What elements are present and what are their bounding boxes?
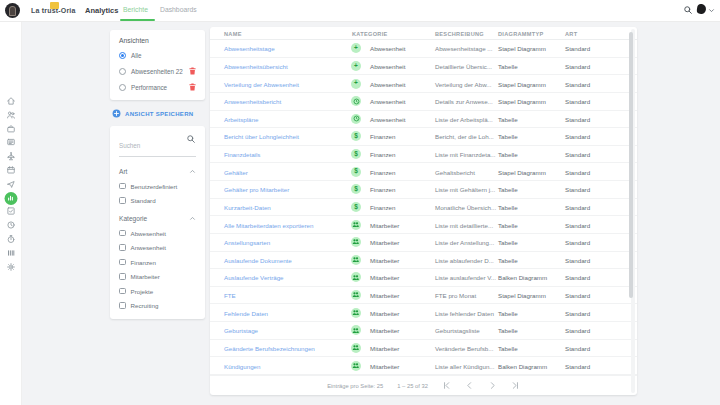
sidebar-item-users[interactable] (5, 109, 17, 121)
report-name-link[interactable]: Abwesenheitsübersicht (224, 62, 288, 69)
filter-checkbox-abwesenheit[interactable]: Abwesenheit (119, 230, 196, 237)
save-view-button[interactable]: ANSICHT SPEICHERN (112, 109, 193, 118)
column-header-name[interactable]: NAME (224, 31, 242, 37)
table-row[interactable]: Auslaufende Dokumente Mitarbeiter Liste … (210, 252, 637, 270)
report-name-link[interactable]: Kündigungen (224, 362, 260, 369)
report-name-link[interactable]: Kurzarbeit-Daten (224, 203, 271, 210)
sidebar-item-calendar[interactable] (5, 164, 17, 176)
report-name-link[interactable]: Auslaufende Dokumente (224, 256, 292, 263)
table-row[interactable]: Gehälter pro Mitarbeiter $ Finanzen List… (210, 181, 637, 199)
sidebar-item-plane[interactable] (5, 150, 17, 162)
section-label: Kategorie (119, 215, 147, 222)
sidebar-item-news[interactable] (5, 136, 17, 148)
table-row[interactable]: Abwesenheitstage + Abwesenheit Abwesenhe… (210, 40, 637, 58)
report-name-link[interactable]: Finanzdetails (224, 151, 260, 158)
view-option-1[interactable]: Abwesenheiten 22 (119, 67, 196, 75)
report-name-link[interactable]: Geänderte Berufsbezeichnungen (224, 344, 315, 351)
per-page-value[interactable]: 25 (377, 383, 383, 389)
filter-checkbox-mitarbeiter[interactable]: Mitarbeiter (119, 273, 196, 280)
checkbox[interactable] (119, 302, 126, 309)
report-name-link[interactable]: Arbeitspläne (224, 115, 258, 122)
table-row[interactable]: Fehlende Daten Mitarbeiter Liste fehlend… (210, 304, 637, 322)
sidebar-item-send[interactable] (5, 178, 17, 190)
chevron-down-icon[interactable] (708, 7, 715, 14)
table-row[interactable]: Geburtstage Mitarbeiter Geburtstagsliste… (210, 322, 637, 340)
user-avatar[interactable] (696, 3, 706, 14)
last-page-button[interactable] (511, 381, 520, 390)
checkbox[interactable] (119, 230, 126, 237)
table-row[interactable]: Finanzdetails $ Finanzen Liste mit Finan… (210, 146, 637, 164)
chevron-up-icon[interactable] (189, 215, 196, 222)
checkbox[interactable] (119, 197, 126, 204)
brand-logo[interactable] (5, 3, 20, 18)
table-row[interactable]: Gehälter $ Finanzen Gehaltsbericht Stape… (210, 163, 637, 181)
radio-button[interactable] (119, 68, 126, 75)
first-page-button[interactable] (442, 381, 451, 390)
report-name-link[interactable]: Gehälter pro Mitarbeiter (224, 186, 289, 193)
next-page-button[interactable] (488, 381, 497, 390)
checkbox[interactable] (119, 259, 126, 266)
radio-button[interactable] (119, 52, 126, 59)
table-row[interactable]: Kurzarbeit-Daten $ Finanzen Monatliche Ü… (210, 199, 637, 217)
checkbox[interactable] (119, 244, 126, 251)
report-name-link[interactable]: Alle Mitarbeiterdaten exportieren (224, 221, 313, 228)
search-icon[interactable] (683, 5, 693, 15)
report-name-link[interactable]: Gehälter (224, 168, 248, 175)
sidebar-item-briefcase[interactable] (5, 123, 17, 135)
search-input[interactable] (119, 142, 196, 149)
column-header-art[interactable]: ART (565, 31, 577, 37)
table-row[interactable]: Bericht über Lohngleichheit $ Finanzen B… (210, 128, 637, 146)
tab-berichte[interactable]: Berichte (123, 6, 148, 13)
checkbox[interactable] (119, 288, 126, 295)
report-name-link[interactable]: Auslaufende Verträge (224, 274, 284, 281)
filter-checkbox-benutzerdefiniert[interactable]: Benutzerdefiniert (119, 183, 196, 190)
sidebar-item-analytics[interactable] (4, 192, 17, 205)
filter-checkbox-projekte[interactable]: Projekte (119, 288, 196, 295)
sidebar-item-gear[interactable] (5, 261, 17, 273)
report-name-link[interactable]: Abwesenheitstage (224, 45, 275, 52)
column-header-kategorie[interactable]: KATEGORIE (352, 31, 388, 37)
report-name-link[interactable]: Fehlende Daten (224, 309, 268, 316)
prev-page-button[interactable] (465, 381, 474, 390)
table-row[interactable]: Anstellungsarten Mitarbeiter Liste der A… (210, 234, 637, 252)
sidebar-item-home[interactable] (5, 95, 17, 107)
report-name-link[interactable]: Bericht über Lohngleichheit (224, 133, 299, 140)
sidebar-item-tasks[interactable] (5, 205, 17, 217)
delete-view-icon[interactable] (189, 67, 196, 75)
report-name-link[interactable]: Anstellungsarten (224, 239, 270, 246)
filter-checkbox-anwesenheit[interactable]: Anwesenheit (119, 244, 196, 251)
column-header-beschreibung[interactable]: BESCHREIBUNG (435, 31, 484, 37)
filter-checkbox-finanzen[interactable]: Finanzen (119, 259, 196, 266)
table-row[interactable]: Kündigungen Mitarbeiter Liste aller Künd… (210, 357, 637, 375)
checkbox[interactable] (119, 183, 126, 190)
filter-section-art[interactable]: Art (119, 168, 196, 175)
sidebar-item-clock[interactable] (5, 219, 17, 231)
table-scrollbar[interactable] (631, 29, 635, 393)
scrollbar-thumb[interactable] (629, 32, 633, 298)
column-header-diagrammtyp[interactable]: DIAGRAMMTYP (498, 31, 544, 37)
sidebar-item-stopwatch[interactable] (5, 233, 17, 245)
table-row[interactable]: Auslaufende Verträge Mitarbeiter Liste a… (210, 269, 637, 287)
table-row[interactable]: Verteilung der Abwesenheit + Abwesenheit… (210, 75, 637, 93)
filter-checkbox-standard[interactable]: Standard (119, 197, 196, 204)
table-row[interactable]: Anwesenheitsbericht Anwesenheit Details … (210, 93, 637, 111)
filter-checkbox-recruiting[interactable]: Recruiting (119, 302, 196, 309)
checkbox[interactable] (119, 273, 126, 280)
view-option-0[interactable]: Alle (119, 52, 196, 59)
table-row[interactable]: FTE Mitarbeiter FTE pro Monat Stapel Dia… (210, 287, 637, 305)
tab-dashboards[interactable]: Dashboards (160, 6, 197, 13)
report-name-link[interactable]: Geburtstage (224, 327, 258, 334)
view-option-2[interactable]: Performance (119, 83, 196, 91)
report-name-link[interactable]: Anwesenheitsbericht (224, 98, 281, 105)
delete-view-icon[interactable] (189, 83, 196, 91)
table-row[interactable]: Abwesenheitsübersicht + Abwesenheit Deta… (210, 58, 637, 76)
report-name-link[interactable]: Verteilung der Abwesenheit (224, 80, 299, 87)
table-row[interactable]: Geänderte Berufsbezeichnungen Mitarbeite… (210, 340, 637, 358)
sidebar-item-barcode[interactable] (5, 247, 17, 259)
table-row[interactable]: Alle Mitarbeiterdaten exportieren Mitarb… (210, 216, 637, 234)
chevron-up-icon[interactable] (189, 168, 196, 175)
radio-button[interactable] (119, 84, 126, 91)
report-name-link[interactable]: FTE (224, 292, 236, 299)
table-row[interactable]: Arbeitspläne Anwesenheit Liste der Arbei… (210, 111, 637, 129)
filter-section-kategorie[interactable]: Kategorie (119, 215, 196, 222)
